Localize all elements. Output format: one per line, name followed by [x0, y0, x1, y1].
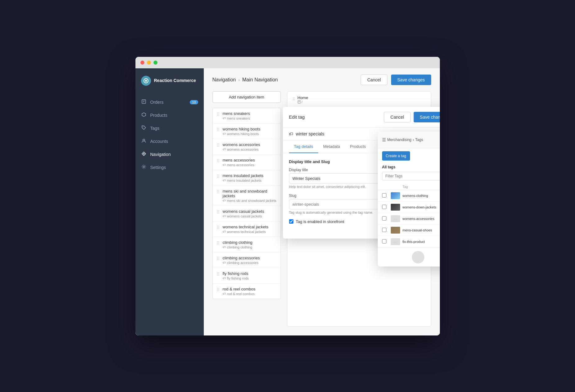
nav-item-slug: mens accessories — [227, 163, 254, 167]
nav-item-slug: rod & reel combos — [227, 292, 255, 296]
tag-row: — fix-this-product fix-thi — [378, 236, 440, 248]
drag-handle-icon: ⠿ — [217, 271, 220, 277]
maximize-button[interactable] — [153, 61, 157, 65]
drag-handle-icon: ⠿ — [217, 173, 220, 179]
edit-tag-cancel-button[interactable]: Cancel — [384, 112, 411, 122]
tag-row: mens-casual-shoes Men's — [378, 225, 440, 236]
drag-handle-icon: ⠿ — [217, 142, 220, 148]
app-layout: Reaction Commerce Orders 10 Products — [135, 68, 440, 335]
nav-item-sub: 🏷 rod & reel combos — [223, 292, 277, 296]
accounts-icon — [141, 138, 147, 144]
tag-row: womens-down-jackets Wome — [378, 202, 440, 213]
sidebar-nav: Orders 10 Products Tags — [135, 93, 204, 176]
tree-item-info: Home / — [298, 95, 426, 104]
drag-handle-icon: ⠿ — [217, 127, 220, 132]
sidebar-item-products[interactable]: Products — [135, 109, 204, 122]
tree-drag-icon: ⠿ — [292, 97, 295, 102]
svg-point-9 — [143, 166, 144, 167]
list-item[interactable]: ⠿ mens accessories 🏷 mens accessories — [213, 155, 281, 170]
tag-icon: 🏷 — [223, 245, 226, 249]
drag-handle-icon: ⠿ — [217, 209, 220, 215]
display-slug-section-title: Display title and Slug — [289, 159, 385, 164]
app-name: Reaction Commerce — [154, 78, 196, 83]
nav-item-name: mens ski and snowboard jackets — [223, 189, 277, 198]
tags-icon — [141, 125, 147, 131]
tags-panel-header: ☰ Merchandising › Tags — [378, 132, 440, 148]
tag-checkbox — [382, 193, 388, 198]
edit-tag-actions: Cancel Save changes — [384, 112, 440, 122]
sidebar-logo: Reaction Commerce — [135, 68, 204, 93]
nav-item-name: climbing clothing — [223, 240, 277, 245]
nav-list-panel: Add navigation item ⠿ mens sneakers 🏷 me… — [212, 91, 281, 327]
nav-item-sub: 🏷 mens accessories — [223, 163, 277, 167]
tag-checkbox — [382, 239, 388, 244]
minimize-button[interactable] — [147, 61, 151, 65]
drag-handle-icon: ⠿ — [217, 158, 220, 163]
sidebar: Reaction Commerce Orders 10 Products — [135, 68, 204, 335]
tab-tag-details[interactable]: Tag details — [289, 140, 318, 153]
main-content: Navigation › Main Navigation Cancel Save… — [204, 68, 440, 335]
list-item[interactable]: ⠿ womens casual jackets 🏷 womens casual … — [213, 206, 281, 221]
header-actions: Cancel Save changes — [361, 75, 431, 85]
create-tag-button[interactable]: Create a tag — [382, 151, 410, 161]
display-title-input[interactable] — [289, 173, 385, 184]
tag-checkbox — [382, 216, 388, 221]
edit-tag-save-button[interactable]: Save changes — [413, 112, 440, 122]
nav-item-sub: 🏷 womens technical jackets — [223, 230, 277, 234]
tab-metadata[interactable]: Metadata — [318, 140, 345, 153]
tag-checkbox — [382, 228, 388, 233]
edit-tag-header: Edit tag Cancel Save changes — [283, 107, 440, 128]
svg-point-7 — [143, 139, 145, 141]
list-item[interactable]: ⠿ climbing accessories 🏷 climbing access… — [213, 253, 281, 268]
tree-item-name: Home — [298, 95, 426, 100]
nav-item-name: climbing accessories — [223, 256, 277, 260]
list-item[interactable]: ⠿ rod & reel combos 🏷 rod & reel combos — [213, 284, 281, 299]
nav-item-sub: 🏷 womens casual jackets — [223, 214, 277, 218]
sidebar-item-orders[interactable]: Orders 10 — [135, 96, 204, 109]
nav-item-text: rod & reel combos 🏷 rod & reel combos — [223, 287, 277, 296]
breadcrumb-navigation: Navigation — [212, 77, 236, 83]
tag-icon: 🏷 — [223, 199, 226, 202]
sidebar-item-tags[interactable]: Tags — [135, 122, 204, 135]
edit-tag-left: Display title and Slug Display title Hel… — [289, 159, 385, 232]
list-item[interactable]: ⠿ mens ski and snowboard jackets 🏷 mens … — [213, 186, 281, 206]
slug-input[interactable] — [289, 199, 385, 209]
nav-item-text: womens technical jackets 🏷 womens techni… — [223, 225, 277, 234]
all-tags-title: All tags — [378, 164, 440, 172]
list-item[interactable]: ⠿ womens hiking boots 🏷 womens hiking bo… — [213, 124, 281, 139]
cancel-button[interactable]: Cancel — [361, 75, 387, 85]
settings-label: Settings — [150, 165, 166, 170]
hamburger-icon[interactable]: ☰ — [382, 137, 386, 142]
edit-tag-title: Edit tag — [289, 114, 305, 120]
nav-item-sub: 🏷 mens ski and snowboard jackets — [223, 199, 277, 203]
add-navigation-item-button[interactable]: Add navigation item — [212, 91, 281, 103]
tag-name: womens-clothing — [403, 194, 439, 198]
tag-name: fix-this-product — [403, 240, 439, 244]
save-changes-button[interactable]: Save changes — [391, 75, 431, 85]
filter-tags-input[interactable] — [382, 172, 440, 180]
list-item[interactable]: ⠿ womens technical jackets 🏷 womens tech… — [213, 221, 281, 237]
tab-products[interactable]: Products — [345, 140, 371, 153]
tag-icon: 🏷 — [223, 214, 226, 218]
list-item[interactable]: ⠿ mens insulated jackets 🏷 mens insulate… — [213, 170, 281, 186]
nav-item-slug: climbing clothing — [227, 245, 252, 249]
list-item[interactable]: ⠿ climbing clothing 🏷 climbing clothing — [213, 237, 281, 253]
slug-label: Slug — [289, 194, 385, 198]
nav-item-text: mens accessories 🏷 mens accessories — [223, 158, 277, 167]
list-item[interactable]: ⠿ womens accessories 🏷 womens accessorie… — [213, 139, 281, 155]
enabled-checkbox[interactable] — [289, 219, 293, 224]
sidebar-item-settings[interactable]: Settings — [135, 161, 204, 174]
enabled-label: Tag is enabled in storefront — [296, 219, 344, 224]
sidebar-item-accounts[interactable]: Accounts — [135, 135, 204, 148]
breadcrumb-separator: › — [238, 77, 240, 82]
nav-item-name: mens insulated jackets — [223, 173, 277, 178]
sidebar-item-navigation[interactable]: Navigation — [135, 148, 204, 161]
list-item[interactable]: ⠿ mens sneakers 🏷 mens sneakers — [213, 108, 281, 124]
list-item[interactable]: ⠿ fly fishing rods 🏷 fly fishing rods — [213, 268, 281, 284]
nav-item-sub: 🏷 climbing clothing — [223, 245, 277, 249]
nav-item-name: rod & reel combos — [223, 287, 277, 291]
nav-item-text: womens hiking boots 🏷 womens hiking boot… — [223, 127, 277, 136]
close-button[interactable] — [140, 61, 144, 65]
tags-table-header: Tag Displa — [378, 184, 440, 190]
slug-help: Tag slug is automatically generated usin… — [289, 211, 385, 214]
